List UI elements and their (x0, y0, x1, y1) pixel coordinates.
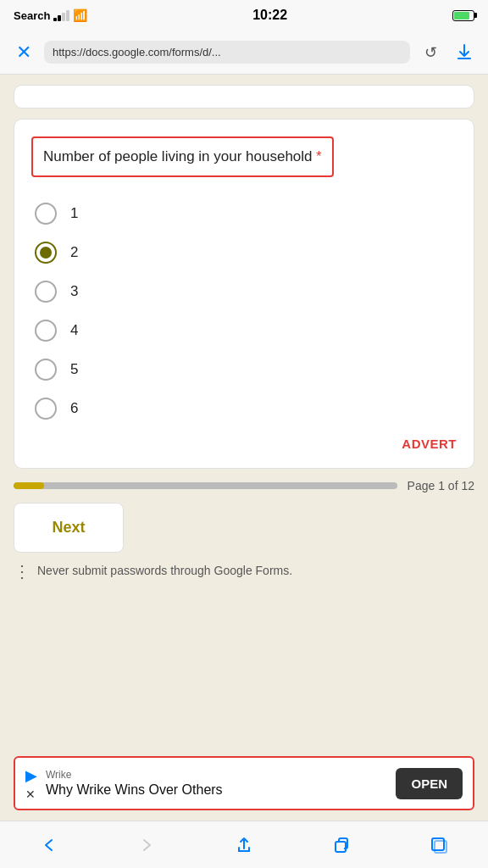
radio-circle-3[interactable] (35, 281, 57, 303)
close-button[interactable]: ✕ (10, 39, 37, 66)
status-bar: Search 📶 10:22 (0, 0, 488, 31)
battery-icon (452, 10, 474, 21)
progress-text: Page 1 of 12 (408, 479, 474, 492)
nav-bar: ✕ https://docs.google.com/forms/d/... ↺ (0, 31, 488, 75)
status-left: Search 📶 (14, 8, 87, 22)
url-bar[interactable]: https://docs.google.com/forms/d/... (44, 41, 410, 64)
carrier-label: Search (14, 9, 50, 22)
radio-label-4: 4 (70, 322, 78, 339)
ad-brand: Wrike (46, 769, 71, 781)
radio-circle-1[interactable] (35, 203, 57, 225)
radio-label-3: 3 (70, 283, 78, 300)
question-title-box: Number of people living in your househol… (31, 136, 334, 177)
radio-options: 1 2 3 4 5 (31, 194, 457, 428)
radio-label-5: 5 (70, 361, 78, 378)
signal-bars (53, 10, 69, 21)
ad-banner[interactable]: ▶ ✕ Wrike Why Wrike Wins Over Others OPE… (14, 756, 474, 810)
radio-label-6: 6 (70, 400, 78, 417)
svg-rect-0 (458, 58, 471, 59)
ad-title: Why Wrike Wins Over Others (46, 782, 223, 798)
progress-bar-fill (14, 482, 44, 489)
forward-button[interactable] (128, 826, 165, 864)
radio-label-2: 2 (70, 244, 78, 261)
top-card-partial (14, 85, 474, 108)
radio-circle-2[interactable] (35, 242, 57, 264)
ad-open-button[interactable]: OPEN (396, 768, 463, 799)
refresh-button[interactable]: ↺ (417, 39, 444, 66)
status-right (452, 10, 474, 21)
ad-content: Wrike Why Wrike Wins Over Others (46, 769, 223, 798)
svg-rect-1 (336, 842, 346, 852)
progress-section: Page 1 of 12 (14, 479, 474, 492)
back-button[interactable] (30, 826, 68, 864)
bottom-nav (0, 821, 488, 868)
info-icon: ⋮ (14, 563, 29, 580)
radio-option-1[interactable]: 1 (31, 194, 457, 233)
radio-option-5[interactable]: 5 (31, 350, 457, 389)
radio-option-2[interactable]: 2 (31, 233, 457, 272)
ad-close-icon[interactable]: ✕ (25, 788, 37, 800)
progress-bar-container (14, 482, 397, 489)
wifi-icon: 📶 (73, 8, 87, 22)
radio-option-3[interactable]: 3 (31, 272, 457, 311)
ad-play-icon: ▶ (25, 766, 37, 785)
question-title: Number of people living in your househol… (43, 148, 313, 164)
radio-label-1: 1 (70, 205, 78, 222)
radio-circle-6[interactable] (35, 398, 57, 420)
download-button[interactable] (451, 39, 478, 66)
share-button[interactable] (225, 826, 263, 864)
question-card: Number of people living in your househol… (14, 119, 474, 469)
radio-circle-5[interactable] (35, 359, 57, 381)
pages-button[interactable] (420, 826, 458, 864)
radio-option-6[interactable]: 6 (31, 389, 457, 428)
tabs-button[interactable] (323, 826, 360, 864)
clock: 10:22 (252, 8, 287, 23)
radio-circle-4[interactable] (35, 320, 57, 342)
advert-label: ADVERT (31, 437, 457, 451)
next-button[interactable]: Next (14, 503, 124, 553)
info-text: Never submit passwords through Google Fo… (37, 563, 292, 580)
ad-play-area: ▶ ✕ (25, 766, 37, 800)
radio-option-4[interactable]: 4 (31, 311, 457, 350)
info-row: ⋮ Never submit passwords through Google … (14, 563, 474, 580)
main-content: Number of people living in your househol… (0, 75, 488, 821)
required-star: * (316, 148, 322, 164)
